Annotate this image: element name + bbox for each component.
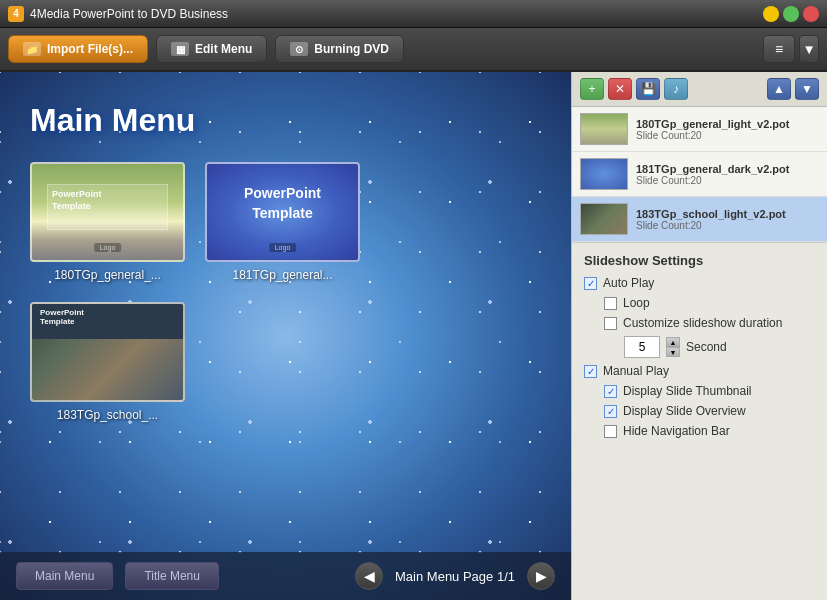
template-text: PowerPointTemplate [52, 189, 102, 212]
auto-play-label: Auto Play [603, 276, 654, 290]
template-text: PowerPointTemplate [207, 184, 358, 223]
thumbnail-grid: PowerPointTemplate Logo 180TGp_general_.… [30, 162, 530, 422]
hide-nav-label: Hide Navigation Bar [623, 424, 730, 438]
thumbnail-image: PowerPointTemplate Logo [30, 162, 185, 262]
maximize-button[interactable] [783, 6, 799, 22]
import-files-button[interactable]: 📁 Import File(s)... [8, 35, 148, 63]
template-info: 183TGp_school_light_v2.pot Slide Count:2… [636, 208, 819, 231]
thumbnail-label: 180TGp_general_... [54, 268, 161, 282]
template-thumb [580, 158, 628, 190]
display-overview-row: Display Slide Overview [604, 404, 815, 418]
thumbnail-label: 183TGp_school_... [57, 408, 158, 422]
spin-down-button[interactable]: ▼ [666, 347, 680, 357]
loop-label: Loop [623, 296, 650, 310]
burning-dvd-button[interactable]: ⊙ Burning DVD [275, 35, 404, 63]
loop-row: Loop [604, 296, 815, 310]
manual-play-checkbox[interactable] [584, 365, 597, 378]
display-thumbnail-checkbox[interactable] [604, 385, 617, 398]
template-item[interactable]: 183TGp_school_light_v2.pot Slide Count:2… [572, 197, 827, 242]
move-down-button[interactable]: ▼ [795, 78, 819, 100]
app-icon: 4 [8, 6, 24, 22]
template-count: Slide Count:20 [636, 130, 819, 141]
import-icon: 📁 [23, 42, 41, 56]
hide-nav-row: Hide Navigation Bar [604, 424, 815, 438]
template-text: PowerPointTemplate [40, 308, 84, 326]
right-panel: + ✕ 💾 ♪ ▲ ▼ 180TGp_general_light_v2.pot … [571, 72, 827, 600]
display-overview-label: Display Slide Overview [623, 404, 746, 418]
template-logo: Logo [269, 243, 297, 252]
add-template-button[interactable]: + [580, 78, 604, 100]
window-controls [763, 6, 819, 22]
hide-nav-checkbox[interactable] [604, 425, 617, 438]
thumbnail-label: 181TGp_general... [232, 268, 332, 282]
auto-play-checkbox[interactable] [584, 277, 597, 290]
save-template-button[interactable]: 💾 [636, 78, 660, 100]
manual-play-label: Manual Play [603, 364, 669, 378]
loop-checkbox[interactable] [604, 297, 617, 310]
edit-icon: ▦ [171, 42, 189, 56]
customize-label: Customize slideshow duration [623, 316, 782, 330]
manual-play-row: Manual Play [584, 364, 815, 378]
settings-title: Slideshow Settings [584, 253, 815, 268]
template-item[interactable]: 181TGp_general_dark_v2.pot Slide Count:2… [572, 152, 827, 197]
display-thumbnail-row: Display Slide Thumbnail [604, 384, 815, 398]
thumbnail-image: PowerPointTemplate Logo [205, 162, 360, 262]
customize-checkbox[interactable] [604, 317, 617, 330]
dropdown-button[interactable]: ▼ [799, 35, 819, 63]
template-thumb [580, 113, 628, 145]
prev-page-button[interactable]: ◀ [355, 562, 383, 590]
app-title: 4Media PowerPoint to DVD Business [30, 7, 763, 21]
next-page-button[interactable]: ▶ [527, 562, 555, 590]
minimize-button[interactable] [763, 6, 779, 22]
display-thumbnail-label: Display Slide Thumbnail [623, 384, 752, 398]
preview-pane: Main Menu PowerPointTemplate Logo 180TGp… [0, 72, 571, 600]
template-thumb [580, 203, 628, 235]
close-button[interactable] [803, 6, 819, 22]
duration-spinner: ▲ ▼ [666, 337, 680, 357]
thumbnail-item[interactable]: PowerPointTemplate Logo 181TGp_general..… [205, 162, 360, 282]
toolbar: 📁 Import File(s)... ▦ Edit Menu ⊙ Burnin… [0, 28, 827, 72]
template-count: Slide Count:20 [636, 220, 819, 231]
duration-input[interactable] [624, 336, 660, 358]
second-label: Second [686, 340, 727, 354]
template-name: 180TGp_general_light_v2.pot [636, 118, 819, 130]
settings-panel: Slideshow Settings Auto Play Loop Custom… [572, 243, 827, 600]
template-info: 181TGp_general_dark_v2.pot Slide Count:2… [636, 163, 819, 186]
list-toolbar: + ✕ 💾 ♪ ▲ ▼ [572, 72, 827, 107]
edit-menu-button[interactable]: ▦ Edit Menu [156, 35, 267, 63]
title-bar: 4 4Media PowerPoint to DVD Business [0, 0, 827, 28]
dvd-icon: ⊙ [290, 42, 308, 56]
display-overview-checkbox[interactable] [604, 405, 617, 418]
template-item[interactable]: 180TGp_general_light_v2.pot Slide Count:… [572, 107, 827, 152]
bottom-bar: Main Menu Title Menu ◀ Main Menu Page 1/… [0, 552, 571, 600]
duration-row: ▲ ▼ Second [624, 336, 815, 358]
template-info: 180TGp_general_light_v2.pot Slide Count:… [636, 118, 819, 141]
list-view-button[interactable]: ≡ [763, 35, 795, 63]
customize-row: Customize slideshow duration [604, 316, 815, 330]
auto-play-row: Auto Play [584, 276, 815, 290]
template-count: Slide Count:20 [636, 175, 819, 186]
spin-up-button[interactable]: ▲ [666, 337, 680, 347]
template-name: 181TGp_general_dark_v2.pot [636, 163, 819, 175]
move-up-button[interactable]: ▲ [767, 78, 791, 100]
main-area: Main Menu PowerPointTemplate Logo 180TGp… [0, 72, 827, 600]
remove-template-button[interactable]: ✕ [608, 78, 632, 100]
thumbnail-item[interactable]: PowerPointTemplate 183TGp_school_... [30, 302, 185, 422]
music-button[interactable]: ♪ [664, 78, 688, 100]
main-menu-button[interactable]: Main Menu [16, 562, 113, 590]
title-menu-button[interactable]: Title Menu [125, 562, 219, 590]
menu-title: Main Menu [30, 102, 195, 139]
thumbnail-item[interactable]: PowerPointTemplate Logo 180TGp_general_.… [30, 162, 185, 282]
template-name: 183TGp_school_light_v2.pot [636, 208, 819, 220]
template-logo: Logo [94, 243, 122, 252]
template-list: + ✕ 💾 ♪ ▲ ▼ 180TGp_general_light_v2.pot … [572, 72, 827, 243]
page-label: Main Menu Page 1/1 [395, 569, 515, 584]
thumbnail-image: PowerPointTemplate [30, 302, 185, 402]
